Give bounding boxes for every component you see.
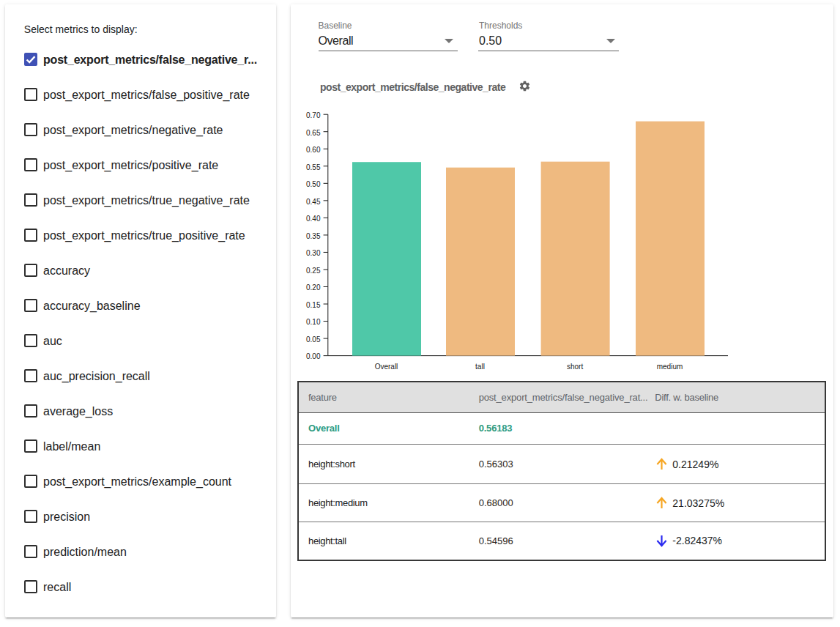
svg-text:0.25: 0.25	[306, 267, 321, 275]
svg-text:short: short	[567, 363, 583, 371]
svg-text:0.05: 0.05	[306, 335, 321, 344]
svg-text:0.00: 0.00	[306, 352, 321, 360]
svg-text:medium: medium	[657, 363, 683, 371]
svg-text:0.50: 0.50	[306, 180, 321, 188]
svg-text:0.65: 0.65	[306, 129, 321, 137]
svg-text:0.70: 0.70	[306, 111, 321, 119]
svg-text:0.35: 0.35	[306, 232, 321, 240]
svg-text:0.20: 0.20	[306, 283, 321, 292]
svg-text:0.60: 0.60	[306, 146, 321, 154]
svg-text:0.30: 0.30	[306, 249, 321, 257]
svg-text:Overall: Overall	[375, 363, 398, 371]
svg-text:tall: tall	[475, 363, 485, 371]
svg-text:0.15: 0.15	[306, 301, 321, 309]
svg-text:0.45: 0.45	[306, 198, 321, 206]
svg-text:0.10: 0.10	[306, 318, 321, 326]
svg-text:0.55: 0.55	[306, 163, 321, 171]
svg-text:0.40: 0.40	[306, 215, 321, 223]
